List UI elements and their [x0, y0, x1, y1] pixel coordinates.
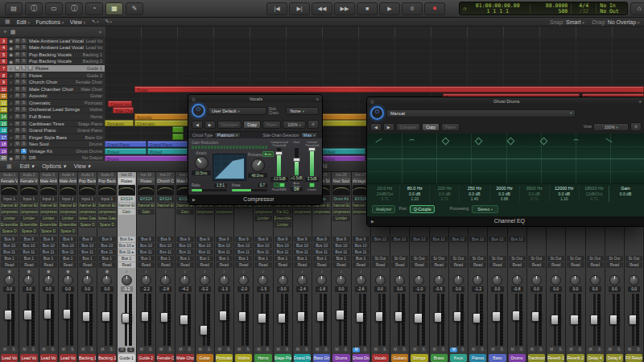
strip-mute-button[interactable]: M [255, 348, 262, 352]
strip-mute-button[interactable]: M [21, 348, 28, 352]
strip-track-name[interactable]: Guitars [391, 354, 408, 362]
arrange-region[interactable] [172, 126, 184, 133]
send-slot[interactable]: Bus 12 [391, 237, 408, 242]
eq-band-column[interactable]: 80.0 Hz0.0 dB1.10 [399, 186, 429, 202]
preset-select[interactable]: Manual ▾ [386, 109, 576, 117]
send-slot[interactable]: Bus 10 [235, 243, 252, 249]
send-slot[interactable]: Bus 11● [118, 249, 135, 255]
strip-solo-button[interactable]: S [245, 348, 252, 352]
track-row[interactable]: 9♪MSChurch ChoirFemale Choir [0, 79, 105, 86]
side-chain-select[interactable]: None ▾ [286, 107, 319, 115]
strip-track-name[interactable]: Vocals [372, 354, 389, 362]
strip-solo-button[interactable]: S [381, 348, 388, 352]
pan-knob[interactable] [297, 275, 308, 286]
solo-button[interactable]: S [21, 73, 27, 78]
plugin-power-button[interactable]: ⏻ [370, 106, 384, 120]
strip-solo-button[interactable]: S [518, 348, 525, 352]
pan-knob[interactable] [82, 275, 93, 286]
insert-slot[interactable]: Channel EQ [332, 203, 349, 208]
strip-mute-button[interactable]: M [177, 348, 184, 352]
strip-output-slot[interactable]: Bus 1 [40, 256, 57, 261]
mute-button[interactable]: M [14, 128, 20, 133]
insert-slot[interactable]: Noise Gate [98, 216, 115, 221]
master-level-icon[interactable]: ⌂ [630, 2, 644, 15]
track-header-options-icon[interactable]: ▾ [99, 29, 101, 35]
solo-button[interactable]: S [21, 39, 27, 43]
strip-volume-value[interactable]: 0.0 [550, 286, 562, 292]
ratio-slider[interactable] [192, 189, 227, 191]
arrange-region[interactable]: Male Cha [113, 107, 134, 113]
solo-button[interactable]: S [21, 121, 27, 126]
strip-automation-slot[interactable]: Read [450, 262, 467, 268]
send-slot[interactable]: Bus 11 [332, 249, 349, 255]
meter-sub-control[interactable]: Auto GainOff [291, 182, 303, 191]
strip-setting-button[interactable]: Flutes [118, 178, 135, 184]
limiter-toggle-icon[interactable] [309, 183, 315, 187]
pan-knob[interactable] [122, 275, 132, 286]
strip-output-slot[interactable]: Bus 1 [235, 256, 252, 261]
release-knob[interactable] [251, 158, 265, 172]
insert-slot[interactable]: Ensemble [60, 222, 76, 228]
pan-knob[interactable] [590, 275, 601, 286]
strip-automation-slot[interactable]: Read [216, 262, 233, 268]
mixer-strip[interactable]: Audio 4Male Amb…Input 1Channel EQCompres… [59, 172, 78, 362]
strip-volume-value[interactable]: -0.8 [511, 286, 523, 292]
arrange-region[interactable]: Picked [320, 148, 365, 154]
send-slot[interactable]: Bus 9 [294, 237, 311, 242]
strip-track-name[interactable]: Bass Gtr [313, 354, 330, 362]
send-slot[interactable]: Bus 11 [138, 249, 155, 255]
strip-volume-value[interactable]: -2.8 [159, 286, 171, 292]
strip-solo-button[interactable]: S [361, 348, 369, 352]
strip-track-name[interactable]: Reverb 1 [547, 354, 564, 362]
insert-slot[interactable]: Gain [118, 209, 135, 215]
strip-mute-button[interactable]: M [392, 348, 399, 352]
insert-slot[interactable]: Space D [79, 222, 96, 228]
arrange-region[interactable]: Cosmic Ascent [108, 101, 132, 107]
send-slot[interactable]: Bus 11 [235, 249, 252, 255]
send-slot[interactable]: Bus 9 [60, 237, 76, 242]
strip-volume-value[interactable]: -2.4 [296, 286, 308, 292]
analyzer-button[interactable]: Analyzer [372, 205, 395, 213]
strip-mute-button[interactable]: M [196, 348, 204, 352]
strip-output-slot[interactable]: St Out [411, 256, 427, 261]
send-slot[interactable]: Bus 9 [176, 237, 193, 242]
solo-button[interactable]: S [21, 155, 27, 160]
strip-setting-button[interactable]: Male Amb… [60, 178, 76, 184]
solo-button[interactable]: S [21, 80, 27, 84]
eq-titlebar[interactable]: ◎ Ghost Drums ≡ [367, 97, 644, 105]
strip-automation-slot[interactable]: Read [489, 262, 506, 268]
strip-mute-button[interactable]: M [606, 348, 613, 352]
strip-automation-slot[interactable]: Read [98, 262, 115, 268]
send-slot[interactable]: Bus 12 [431, 237, 448, 242]
strip-automation-slot[interactable]: Read [1, 262, 18, 268]
strip-solo-button[interactable]: S [205, 348, 213, 352]
send-slot[interactable]: Bus 12 [509, 237, 526, 242]
send-slot[interactable]: Bus 9 [157, 237, 174, 242]
insert-slot[interactable]: Limiter [20, 216, 37, 221]
insert-slot[interactable]: Space D [60, 228, 76, 234]
strip-track-name[interactable]: Lead Vo [20, 354, 37, 362]
strip-volume-value[interactable]: -2.2 [140, 286, 152, 292]
mute-button[interactable]: M [14, 80, 20, 84]
strip-eq-thumbnail[interactable] [79, 185, 96, 195]
strip-track-name[interactable]: Guide 1 [118, 354, 135, 362]
strip-track-name[interactable]: Lead Vo [60, 354, 76, 362]
solo-button[interactable]: S [21, 93, 27, 98]
track-row[interactable]: 17♪MSFinger Style BassBass Gtr [0, 134, 105, 142]
track-row[interactable]: 16♪MSGrand PianoGrand Piano [0, 127, 105, 134]
strip-input-slot[interactable]: EXS24 [157, 196, 174, 202]
insert-slot[interactable]: Compressor [196, 209, 213, 215]
strip-volume-value[interactable]: 0.0 [101, 286, 113, 292]
arrange-region[interactable] [172, 134, 184, 140]
insert-slot[interactable]: Space D [20, 228, 37, 234]
meter-sub-control[interactable]: Peak/RMS [272, 183, 287, 191]
strip-solo-button[interactable]: S [635, 348, 642, 352]
arrange-region[interactable]: Picked [147, 148, 188, 154]
insert-slot[interactable]: Limiter [332, 216, 349, 221]
strip-mute-button[interactable]: M [489, 348, 497, 352]
send-slot[interactable]: Bus 11 [216, 249, 233, 255]
track-row[interactable]: 11♪MSAcousticGuitar [0, 93, 105, 101]
strip-solo-button[interactable]: S [401, 348, 408, 352]
pan-knob[interactable] [375, 275, 386, 286]
strip-output-slot[interactable]: Bus 1 [79, 256, 96, 261]
